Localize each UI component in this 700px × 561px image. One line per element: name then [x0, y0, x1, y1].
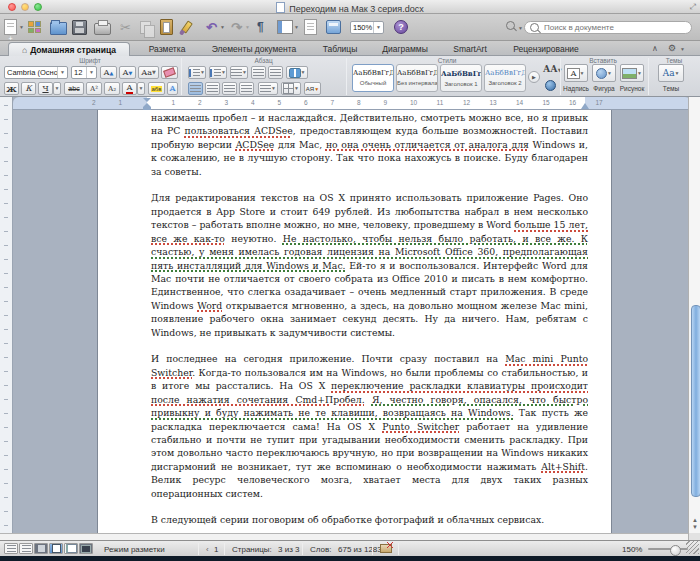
tab-review[interactable]: Рецензирование — [502, 42, 590, 56]
sort-button[interactable]: АЯ▼ — [304, 82, 321, 95]
view-fullscreen-button[interactable] — [79, 543, 93, 554]
view-draft-button[interactable] — [4, 543, 18, 554]
pages-value[interactable]: 3 из 3 — [278, 545, 299, 554]
zoom-slider-knob[interactable] — [670, 545, 681, 556]
align-right-button[interactable] — [222, 82, 237, 95]
gear-dropdown-icon[interactable]: ▼ — [680, 47, 685, 52]
page-nav-value[interactable]: 1 — [214, 545, 218, 554]
clear-formatting-button[interactable] — [161, 66, 178, 79]
decrease-indent-button[interactable] — [251, 66, 266, 79]
collapse-ribbon-icon[interactable]: ∧ — [652, 44, 658, 53]
show-formatting-button[interactable]: ¶ — [257, 18, 264, 36]
highlight-button[interactable]: абв — [148, 82, 165, 95]
paragraph[interactable]: В следующей серии поговорим об обработке… — [151, 513, 588, 526]
numbering-button[interactable]: ▼ — [209, 66, 227, 79]
font-color-button[interactable]: А — [122, 82, 137, 95]
view-publishing-button[interactable] — [34, 543, 48, 554]
horizontal-ruler[interactable]: 123456789101112131415161712 — [13, 97, 691, 110]
columns-button[interactable]: ▼ — [286, 66, 308, 79]
media-browser-button[interactable] — [326, 18, 341, 36]
themes-button[interactable]: Аа▼ — [658, 64, 684, 82]
print-button[interactable] — [94, 18, 111, 36]
tab-tables[interactable]: Таблицы — [312, 42, 368, 56]
borders-button[interactable]: ▼ — [281, 82, 301, 95]
paragraph[interactable]: И последнее на сегодня приложение. Почти… — [151, 352, 588, 500]
document-text[interactable]: нажимаешь пробел – и наслаждайся. Действ… — [151, 111, 588, 533]
tab-document-elements[interactable]: Элементы документа — [200, 42, 308, 56]
search-input[interactable] — [542, 22, 686, 33]
search-scope-icon[interactable]: ▼ — [506, 21, 523, 32]
font-color-dropdown[interactable]: ▼ — [137, 82, 145, 95]
page[interactable]: нажимаешь пробел – и наслаждайся. Действ… — [97, 110, 612, 533]
help-button[interactable]: ? — [394, 20, 408, 34]
grow-font-button[interactable]: А▲ — [100, 66, 117, 79]
underline-button[interactable]: Ч — [38, 82, 53, 95]
style-normal[interactable]: АаБбВвГгДдОбычный — [352, 64, 394, 92]
new-document-dropdown[interactable]: ▼ — [19, 25, 24, 30]
sidebar-button[interactable] — [277, 18, 293, 36]
shape-button[interactable]: ▼ — [592, 64, 616, 82]
sidebar-dropdown[interactable]: ▼ — [294, 25, 299, 30]
view-notebook-button[interactable] — [64, 543, 78, 554]
paste-button[interactable] — [160, 18, 173, 36]
gallery-icon[interactable] — [28, 18, 42, 36]
paragraph[interactable]: нажимаешь пробел – и наслаждайся. Действ… — [151, 111, 588, 178]
resize-grip[interactable] — [686, 541, 699, 554]
cut-button[interactable]: ✂ — [120, 18, 131, 36]
font-size-select[interactable]: 12▼ — [71, 66, 97, 79]
open-button[interactable] — [50, 18, 67, 36]
change-styles-button[interactable]: АА▼ — [543, 64, 562, 74]
redo-button[interactable]: ↷ — [231, 18, 242, 36]
picture-button[interactable]: ▼ — [620, 64, 644, 82]
strikethrough-button[interactable]: abc — [64, 82, 84, 95]
words-value[interactable]: 675 из 1283 — [338, 545, 382, 554]
underline-dropdown[interactable]: ▼ — [53, 82, 61, 95]
vertical-scrollbar[interactable]: ▲▼ — [688, 97, 700, 533]
justify-button[interactable] — [239, 82, 254, 95]
text-effects-button[interactable]: А — [167, 82, 178, 95]
line-spacing-button[interactable]: ▼ — [258, 82, 278, 95]
scroll-arrows-icon[interactable]: ▲▼ — [691, 517, 699, 531]
paragraph[interactable]: Для редактирования текстов на OS X приня… — [151, 191, 588, 339]
align-left-button[interactable] — [188, 82, 203, 95]
bold-button[interactable]: Ж — [4, 82, 19, 95]
shrink-font-button[interactable]: А▼ — [119, 66, 136, 79]
undo-dropdown[interactable]: ▼ — [220, 25, 225, 30]
font-name-select[interactable]: Cambria (Основ...▼ — [4, 66, 68, 79]
zoom-select[interactable]: 150% ▼ — [350, 21, 384, 34]
align-center-button[interactable] — [205, 82, 220, 95]
vertical-scrollbar-thumb[interactable] — [691, 305, 700, 497]
multilevel-list-button[interactable]: ▼ — [230, 66, 248, 79]
style-no-spacing[interactable]: АаБбВвГгДдБез интервала — [396, 64, 438, 92]
format-painter-button[interactable] — [184, 18, 190, 36]
horizontal-scrollbar[interactable] — [0, 533, 688, 540]
redo-dropdown[interactable]: ▼ — [245, 25, 250, 30]
increase-indent-button[interactable] — [268, 66, 283, 79]
copy-button[interactable] — [140, 18, 151, 36]
subscript-button[interactable]: А₂ — [104, 82, 120, 95]
show-document-button[interactable] — [304, 18, 317, 36]
italic-button[interactable]: К — [21, 82, 36, 95]
vertical-ruler[interactable] — [0, 97, 13, 533]
style-heading1[interactable]: АаБбВвГгЗаголовок 1 — [440, 64, 482, 92]
view-print-layout-button[interactable] — [49, 543, 63, 554]
tab-smartart[interactable]: SmartArt — [442, 42, 498, 56]
tab-layout[interactable]: Разметка — [138, 42, 196, 56]
superscript-button[interactable]: А² — [86, 82, 102, 95]
style-heading2[interactable]: АаБбВвГгДЗаголовок 2 — [484, 64, 526, 92]
save-button[interactable] — [72, 18, 87, 36]
new-document-button[interactable]: + — [4, 18, 17, 36]
styles-dialog-button[interactable] — [545, 80, 556, 91]
view-outline-button[interactable] — [19, 543, 33, 554]
tab-home[interactable]: ⌂ Домашняя страница — [8, 42, 130, 56]
tab-charts[interactable]: Диаграммы — [372, 42, 438, 56]
bullets-button[interactable]: ▼ — [188, 66, 206, 79]
more-styles-button[interactable]: ▶ — [528, 71, 540, 83]
spelling-status-icon[interactable] — [380, 544, 392, 553]
textbox-button[interactable]: А▼ — [564, 64, 588, 82]
undo-button[interactable]: ↶ — [206, 18, 217, 36]
zoom-slider[interactable] — [648, 548, 688, 550]
document-area[interactable]: нажимаешь пробел – и наслаждайся. Действ… — [13, 110, 688, 533]
window-resize-icon[interactable]: ⤢ — [690, 2, 696, 12]
previous-page-icon[interactable]: ‹ — [206, 545, 209, 554]
